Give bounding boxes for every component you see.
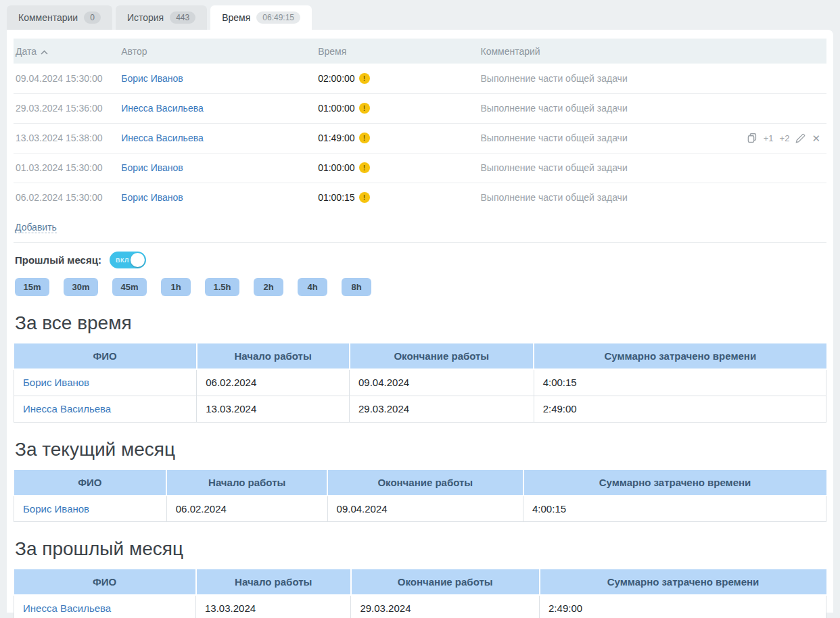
summary-col-header: Окончание работы bbox=[350, 343, 534, 369]
summary-section: За текущий месяц ФИОНачало работыОкончан… bbox=[14, 439, 826, 523]
summary-col-header: Окончание работы bbox=[327, 470, 523, 496]
tab-badge: 06:49:15 bbox=[256, 11, 300, 24]
summary-col-header: ФИО bbox=[14, 569, 196, 595]
entry-time: 01:00:00 bbox=[318, 103, 355, 114]
tab-label: Время bbox=[222, 12, 250, 23]
person-link[interactable]: Борис Иванов bbox=[23, 377, 89, 388]
table-row: 01.03.2024 15:30:00 Борис Иванов 01:00:0… bbox=[14, 153, 826, 183]
table-row: 29.03.2024 15:36:00 Инесса Васильева 01:… bbox=[14, 93, 826, 123]
summary-header-row: ФИОНачало работыОкончание работыСуммарно… bbox=[14, 470, 826, 496]
entry-date: 29.03.2024 15:36:00 bbox=[14, 93, 119, 123]
column-header-date-label: Дата bbox=[16, 46, 37, 57]
entry-author-link[interactable]: Инесса Васильева bbox=[121, 133, 204, 143]
summary-col-header: Начало работы bbox=[197, 343, 350, 369]
entry-time: 01:00:15 bbox=[318, 192, 355, 203]
time-tab-panel: Дата Автор Время Комментарий 09.04.2024 … bbox=[7, 30, 833, 613]
warning-icon[interactable]: ! bbox=[359, 73, 370, 84]
summary-end: 09.04.2024 bbox=[327, 496, 523, 522]
summary-col-header: Суммарно затрачено времени bbox=[523, 470, 826, 496]
entry-date: 13.03.2024 15:38:00 bbox=[14, 123, 119, 153]
close-icon[interactable]: ✕ bbox=[812, 133, 820, 143]
summary-col-header: ФИО bbox=[14, 470, 167, 496]
section-title: За прошлый месяц bbox=[15, 538, 825, 560]
column-header-author: Автор bbox=[119, 39, 316, 64]
quick-duration-button[interactable]: 1h bbox=[161, 278, 191, 296]
quick-duration-button[interactable]: 15m bbox=[15, 278, 49, 296]
tab[interactable]: История 443 bbox=[116, 5, 207, 30]
quick-duration-buttons: 15m 30m 45m 1h 1.5h 2h 4h 8h bbox=[15, 278, 825, 296]
entry-author-link[interactable]: Инесса Васильева bbox=[121, 103, 204, 114]
plus-one-button[interactable]: +1 bbox=[764, 133, 774, 143]
summary-end: 29.03.2024 bbox=[351, 595, 540, 618]
entry-comment: Выполнение части общей задачи bbox=[481, 133, 628, 143]
entry-comment: Выполнение части общей задачи bbox=[481, 73, 628, 84]
tab-label: История bbox=[127, 12, 164, 23]
entries-header-row: Дата Автор Время Комментарий bbox=[14, 39, 826, 64]
section-title: За текущий месяц bbox=[15, 439, 825, 460]
summary-col-header: Окончание работы bbox=[351, 569, 540, 595]
summary-table: ФИОНачало работыОкончание работыСуммарно… bbox=[14, 343, 826, 423]
summary-start: 13.03.2024 bbox=[196, 595, 351, 618]
summary-start: 06.02.2024 bbox=[197, 369, 350, 396]
summary-start: 13.03.2024 bbox=[197, 396, 350, 422]
entry-comment: Выполнение части общей задачи bbox=[481, 192, 628, 203]
summary-col-header: Суммарно затрачено времени bbox=[540, 569, 826, 595]
entry-time: 01:00:00 bbox=[318, 162, 355, 173]
summary-col-header: Суммарно затрачено времени bbox=[534, 343, 826, 369]
copy-icon[interactable] bbox=[747, 133, 757, 143]
toggle-knob bbox=[131, 253, 145, 267]
person-link[interactable]: Инесса Васильева bbox=[23, 602, 111, 614]
entry-time: 01:49:00 bbox=[318, 133, 355, 143]
quick-duration-button[interactable]: 2h bbox=[254, 278, 283, 296]
sort-asc-icon bbox=[41, 46, 48, 57]
person-link[interactable]: Борис Иванов bbox=[23, 503, 89, 515]
add-entry-link[interactable]: Добавить bbox=[15, 222, 57, 233]
warning-icon[interactable]: ! bbox=[359, 103, 370, 114]
pencil-icon[interactable] bbox=[795, 133, 806, 143]
entry-date: 06.02.2024 15:30:00 bbox=[14, 183, 119, 212]
divider bbox=[14, 242, 826, 243]
quick-duration-button[interactable]: 30m bbox=[64, 278, 98, 296]
summary-end: 29.03.2024 bbox=[350, 396, 534, 422]
summary-col-header: Начало работы bbox=[166, 470, 327, 496]
column-header-time: Время bbox=[316, 39, 478, 64]
quick-duration-button[interactable]: 4h bbox=[298, 278, 327, 296]
toggle-on-label: ВКЛ bbox=[116, 257, 129, 264]
entry-author-link[interactable]: Борис Иванов bbox=[121, 162, 183, 173]
tab-bar: Комментарии 0 История 443 Время 06:49:15 bbox=[0, 0, 840, 30]
time-entries-table: Дата Автор Время Комментарий 09.04.2024 … bbox=[14, 39, 826, 212]
last-month-toggle[interactable]: ВКЛ bbox=[110, 252, 146, 268]
entries-body: 09.04.2024 15:30:00 Борис Иванов 02:00:0… bbox=[14, 64, 826, 212]
plus-two-button[interactable]: +2 bbox=[780, 133, 790, 143]
entry-author-link[interactable]: Борис Иванов bbox=[121, 192, 183, 203]
quick-duration-button[interactable]: 8h bbox=[342, 278, 371, 296]
entry-comment: Выполнение части общей задачи bbox=[481, 103, 628, 114]
quick-duration-button[interactable]: 1.5h bbox=[205, 278, 239, 296]
warning-icon[interactable]: ! bbox=[359, 162, 370, 173]
tab[interactable]: Время 06:49:15 bbox=[210, 5, 312, 30]
person-link[interactable]: Инесса Васильева bbox=[23, 403, 111, 414]
column-header-date[interactable]: Дата bbox=[14, 39, 119, 64]
entry-author-link[interactable]: Борис Иванов bbox=[121, 73, 183, 84]
summary-section: За прошлый месяц ФИОНачало работыОкончан… bbox=[14, 538, 826, 618]
row-actions: +1 +2 ✕ bbox=[747, 133, 824, 143]
entry-date: 09.04.2024 15:30:00 bbox=[14, 64, 119, 93]
summary-col-header: Начало работы bbox=[196, 569, 351, 595]
table-row: 06.02.2024 15:30:00 Борис Иванов 01:00:1… bbox=[14, 183, 826, 212]
entry-date: 01.03.2024 15:30:00 bbox=[14, 153, 119, 183]
warning-icon[interactable]: ! bbox=[359, 133, 370, 143]
warning-icon[interactable]: ! bbox=[359, 192, 370, 203]
summary-total: 2:49:00 bbox=[540, 595, 826, 618]
last-month-label: Прошлый месяц: bbox=[15, 254, 101, 266]
tab-label: Комментарии bbox=[18, 12, 78, 23]
tab-badge: 0 bbox=[84, 11, 101, 24]
summary-total: 2:49:00 bbox=[534, 396, 826, 422]
quick-duration-button[interactable]: 45m bbox=[112, 278, 147, 296]
summary-header-row: ФИОНачало работыОкончание работыСуммарно… bbox=[14, 343, 826, 369]
summary-table: ФИОНачало работыОкончание работыСуммарно… bbox=[14, 569, 826, 618]
summary-row: Инесса Васильева13.03.202429.03.20242:49… bbox=[14, 595, 826, 618]
summary-row: Борис Иванов06.02.202409.04.20244:00:15 bbox=[14, 369, 826, 396]
summary-total: 4:00:15 bbox=[534, 369, 826, 396]
section-title: За все время bbox=[15, 312, 825, 334]
tab[interactable]: Комментарии 0 bbox=[7, 5, 112, 30]
